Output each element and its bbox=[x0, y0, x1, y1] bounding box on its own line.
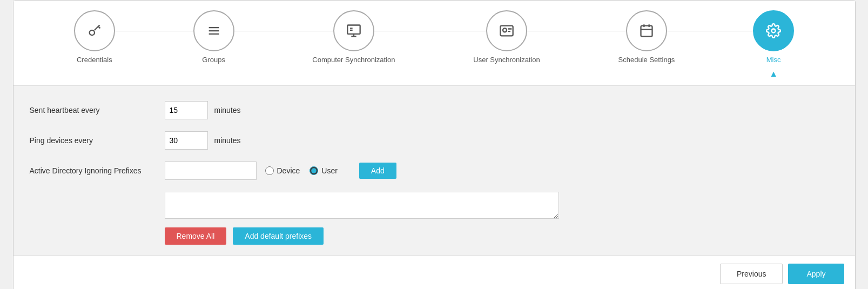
wizard-steps: Credentials Groups bbox=[35, 10, 833, 85]
radio-group: Device User bbox=[265, 166, 338, 175]
svg-point-0 bbox=[90, 30, 95, 35]
previous-button[interactable]: Previous bbox=[720, 264, 783, 284]
main-content: Sent heartbeat every minutes Ping device… bbox=[14, 86, 855, 256]
step-user-sync[interactable]: User Synchronization bbox=[473, 10, 540, 64]
heartbeat-row: Sent heartbeat every minutes bbox=[30, 101, 839, 119]
ping-input[interactable] bbox=[165, 131, 208, 150]
svg-point-12 bbox=[503, 28, 507, 32]
ad-prefix-row: Active Directory Ignoring Prefixes Devic… bbox=[30, 162, 839, 180]
apply-button[interactable]: Apply bbox=[788, 264, 844, 284]
step-circle-groups bbox=[193, 10, 234, 51]
wizard-header: Credentials Groups bbox=[14, 1, 855, 86]
list-icon bbox=[206, 23, 221, 38]
heartbeat-input[interactable] bbox=[165, 101, 208, 119]
step-circle-misc bbox=[753, 10, 794, 51]
user-radio[interactable] bbox=[309, 166, 318, 175]
step-label-user-sync: User Synchronization bbox=[473, 56, 540, 64]
device-radio-label[interactable]: Device bbox=[265, 166, 300, 175]
prefix-textarea[interactable] bbox=[165, 192, 559, 219]
ping-units: minutes bbox=[214, 136, 241, 145]
step-label-groups: Groups bbox=[202, 56, 225, 64]
svg-line-2 bbox=[98, 26, 100, 29]
device-radio-text: Device bbox=[277, 166, 300, 175]
step-label-misc: Misc bbox=[766, 56, 781, 64]
step-circle-credentials bbox=[74, 10, 115, 51]
device-radio[interactable] bbox=[265, 166, 274, 175]
add-button[interactable]: Add bbox=[359, 163, 396, 179]
step-label-computer-sync: Computer Synchronization bbox=[312, 56, 395, 64]
user-card-icon bbox=[499, 23, 514, 38]
ad-prefix-input[interactable] bbox=[165, 162, 257, 180]
svg-rect-6 bbox=[347, 25, 360, 34]
add-default-button[interactable]: Add default prefixes bbox=[233, 227, 324, 245]
step-label-schedule: Schedule Settings bbox=[618, 56, 675, 64]
action-row: Remove All Add default prefixes bbox=[165, 227, 839, 245]
key-icon bbox=[87, 23, 102, 38]
step-schedule[interactable]: Schedule Settings bbox=[618, 10, 675, 64]
gear-icon bbox=[766, 23, 781, 38]
main-container: Credentials Groups bbox=[13, 0, 856, 289]
step-groups[interactable]: Groups bbox=[193, 10, 234, 64]
active-arrow: ▲ bbox=[769, 69, 778, 79]
heartbeat-label: Sent heartbeat every bbox=[30, 106, 165, 115]
step-label-credentials: Credentials bbox=[77, 56, 112, 64]
calendar-icon bbox=[639, 23, 654, 38]
footer: Previous Apply bbox=[14, 256, 855, 289]
svg-rect-15 bbox=[641, 26, 652, 37]
user-radio-text: User bbox=[321, 166, 338, 175]
step-circle-schedule bbox=[626, 10, 667, 51]
ping-label: Ping devices every bbox=[30, 136, 165, 145]
svg-point-19 bbox=[772, 29, 776, 33]
user-radio-label[interactable]: User bbox=[309, 166, 338, 175]
remove-all-button[interactable]: Remove All bbox=[165, 227, 227, 245]
ping-row: Ping devices every minutes bbox=[30, 131, 839, 150]
monitor-icon bbox=[346, 23, 361, 38]
step-circle-computer-sync bbox=[333, 10, 374, 51]
step-computer-sync[interactable]: Computer Synchronization bbox=[312, 10, 395, 64]
step-misc[interactable]: Misc ▲ bbox=[753, 10, 794, 79]
step-circle-user-sync bbox=[486, 10, 527, 51]
ad-prefix-label: Active Directory Ignoring Prefixes bbox=[30, 166, 165, 175]
step-credentials[interactable]: Credentials bbox=[74, 10, 115, 64]
heartbeat-units: minutes bbox=[214, 106, 241, 115]
